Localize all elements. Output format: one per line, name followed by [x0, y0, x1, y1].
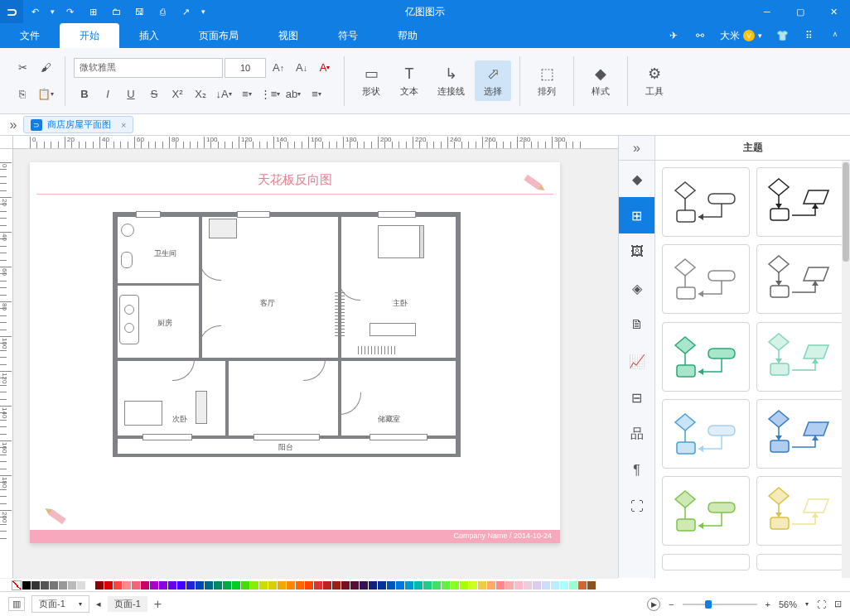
flow-icon[interactable]: 品 [619, 416, 654, 452]
tab-insert[interactable]: 插入 [119, 23, 179, 48]
font-color-button[interactable]: A▾ [314, 57, 336, 79]
tools-button[interactable]: ⚙工具 [636, 60, 673, 101]
play-button[interactable]: ▶ [647, 598, 660, 611]
page-tab[interactable]: 页面-1 [108, 596, 147, 612]
tab-file[interactable]: 文件 [0, 23, 60, 48]
image-icon[interactable]: 🖼 [619, 233, 654, 270]
color-swatch[interactable] [268, 581, 277, 590]
highlight-button[interactable]: ab ▾ [283, 84, 304, 105]
tshirt-icon[interactable]: 👕 [772, 26, 792, 46]
shape-button[interactable]: ▭形状 [353, 60, 389, 101]
superscript-button[interactable]: X² [167, 84, 188, 105]
tab-start[interactable]: 开始 [60, 23, 119, 48]
color-swatch[interactable] [478, 581, 486, 590]
color-swatch[interactable] [432, 581, 441, 590]
theme-item[interactable] [756, 554, 844, 570]
color-swatch[interactable] [159, 581, 167, 590]
fill-icon[interactable]: ◆ [619, 161, 654, 197]
align-button[interactable]: ≡ ▾ [306, 84, 327, 105]
color-swatch[interactable] [259, 581, 268, 590]
theme-item[interactable] [662, 554, 750, 570]
color-swatch[interactable] [41, 581, 49, 590]
color-swatch[interactable] [132, 581, 140, 590]
increase-font-button[interactable]: A↑ [268, 57, 289, 79]
share-icon[interactable]: ⚯ [690, 26, 710, 46]
color-swatch[interactable] [569, 581, 577, 590]
color-swatch[interactable] [405, 581, 413, 590]
color-swatch[interactable] [332, 581, 340, 590]
theme-item[interactable] [662, 476, 750, 546]
style-button[interactable]: ◆样式 [582, 60, 619, 101]
text-direction-button[interactable]: ↓A ▾ [213, 84, 234, 105]
zoom-in-button[interactable]: + [765, 599, 770, 609]
underline-button[interactable]: U [120, 84, 142, 105]
color-swatch[interactable] [196, 581, 204, 590]
color-swatch[interactable] [396, 581, 404, 590]
color-swatch[interactable] [205, 581, 213, 590]
bullet-list-button[interactable]: ⋮≡ ▾ [259, 84, 281, 105]
color-swatch[interactable] [505, 581, 514, 590]
color-swatch[interactable] [150, 581, 158, 590]
color-swatch[interactable] [104, 581, 113, 590]
tab-help[interactable]: 帮助 [378, 23, 437, 48]
color-swatch[interactable] [168, 581, 176, 590]
send-icon[interactable]: ✈ [664, 26, 683, 46]
add-page-button[interactable]: + [154, 597, 162, 612]
color-swatch[interactable] [487, 581, 495, 590]
color-swatch[interactable] [524, 581, 532, 590]
color-swatch[interactable] [68, 581, 76, 590]
theme-icon[interactable]: ⊞ [619, 197, 654, 233]
format-painter-button[interactable]: 🖌 [35, 57, 56, 79]
color-swatch[interactable] [469, 581, 477, 590]
minimize-button[interactable]: ─ [751, 0, 784, 23]
color-swatch[interactable] [305, 581, 313, 590]
color-swatch[interactable] [496, 581, 505, 590]
undo-dropdown[interactable]: ▾ [46, 0, 58, 23]
color-swatch[interactable] [369, 581, 377, 590]
color-swatch[interactable] [451, 581, 459, 590]
color-swatch[interactable] [578, 581, 587, 590]
color-swatch[interactable] [296, 581, 304, 590]
color-swatch[interactable] [123, 581, 131, 590]
color-swatch[interactable] [141, 581, 149, 590]
theme-item[interactable] [756, 322, 844, 392]
theme-item[interactable] [662, 167, 750, 237]
tab-layout[interactable]: 页面布局 [179, 23, 258, 48]
color-swatch[interactable] [214, 581, 222, 590]
text-button[interactable]: T文本 [391, 60, 427, 101]
export-button[interactable]: ↗ [174, 0, 197, 23]
color-swatch[interactable] [387, 581, 395, 590]
export-dropdown[interactable]: ▾ [197, 0, 209, 23]
italic-button[interactable]: I [97, 84, 118, 105]
layers-icon[interactable]: ◈ [619, 270, 654, 306]
color-swatch[interactable] [95, 581, 104, 590]
maximize-button[interactable]: ▢ [784, 0, 817, 23]
color-swatch[interactable] [50, 581, 58, 590]
arrange-button[interactable]: ⬚排列 [529, 60, 565, 101]
color-swatch[interactable] [560, 581, 568, 590]
color-swatch[interactable] [86, 581, 94, 590]
theme-item[interactable] [756, 244, 844, 314]
select-button[interactable]: ⬀选择 [475, 60, 511, 101]
copy-button[interactable]: ⎘ [12, 84, 33, 105]
color-swatch[interactable] [113, 581, 122, 590]
font-family-select[interactable] [74, 58, 223, 78]
color-swatch[interactable] [514, 581, 523, 590]
color-swatch[interactable] [460, 581, 468, 590]
page-select-dropdown[interactable]: 页面-1▾ [31, 595, 89, 613]
color-swatch[interactable] [542, 581, 550, 590]
expand-left-panel-button[interactable]: » [3, 118, 23, 132]
cut-button[interactable]: ✂ [12, 57, 33, 79]
undo-button[interactable]: ↶ [23, 0, 46, 23]
connector-button[interactable]: ↳连接线 [429, 60, 473, 101]
color-swatch[interactable] [533, 581, 541, 590]
color-swatch[interactable] [423, 581, 432, 590]
color-swatch[interactable] [378, 581, 386, 590]
page-list-icon[interactable]: ▥ [8, 597, 25, 611]
color-swatch[interactable] [350, 581, 359, 590]
fit-page-button[interactable]: ⛶ [817, 599, 826, 609]
color-swatch[interactable] [278, 581, 286, 590]
paste-button[interactable]: 📋 ▾ [35, 84, 56, 105]
prev-page-button[interactable]: ◂ [96, 599, 101, 609]
theme-item[interactable] [662, 244, 750, 314]
